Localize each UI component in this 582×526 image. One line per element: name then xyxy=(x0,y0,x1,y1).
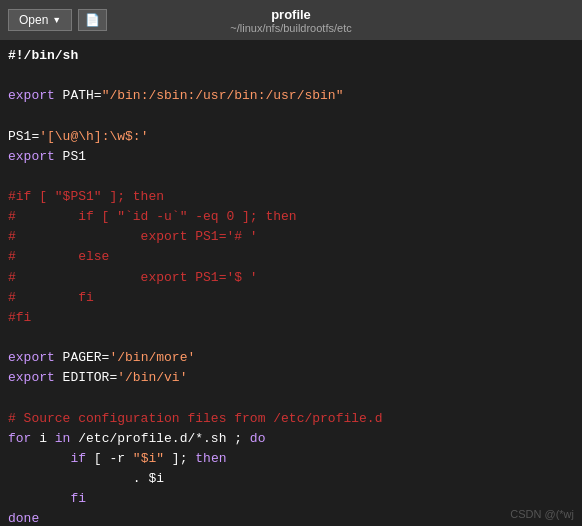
titlebar: Open ▼ 📄 profile ~/linux/nfs/buildrootfs… xyxy=(0,0,582,40)
watermark: CSDN @(*wj xyxy=(510,508,574,520)
code-line: export EDITOR='/bin/vi' xyxy=(8,368,574,388)
code-line: fi xyxy=(8,489,574,509)
code-line: # fi xyxy=(8,288,574,308)
code-area: #!/bin/sh export PATH="/bin:/sbin:/usr/b… xyxy=(0,40,582,526)
toolbar-left: Open ▼ 📄 xyxy=(8,9,107,31)
code-line: # if [ "`id -u`" -eq 0 ]; then xyxy=(8,207,574,227)
code-line: #!/bin/sh xyxy=(8,46,574,66)
code-line: #fi xyxy=(8,308,574,328)
file-icon: 📄 xyxy=(85,13,100,27)
open-chevron: ▼ xyxy=(52,15,61,25)
code-line: export PS1 xyxy=(8,147,574,167)
code-line xyxy=(8,167,574,187)
code-line: if [ -r "$i" ]; then xyxy=(8,449,574,469)
code-line xyxy=(8,388,574,408)
code-line: # export PS1='# ' xyxy=(8,227,574,247)
code-line: # export PS1='$ ' xyxy=(8,268,574,288)
code-line: done xyxy=(8,509,574,526)
code-line xyxy=(8,328,574,348)
code-line: # Source configuration files from /etc/p… xyxy=(8,409,574,429)
code-line: PS1='[\u@\h]:\w$:' xyxy=(8,127,574,147)
open-button[interactable]: Open ▼ xyxy=(8,9,72,31)
code-line xyxy=(8,66,574,86)
code-line: export PATH="/bin:/sbin:/usr/bin:/usr/sb… xyxy=(8,86,574,106)
title-path: ~/linux/nfs/buildrootfs/etc xyxy=(230,22,351,34)
file-icon-button[interactable]: 📄 xyxy=(78,9,107,31)
code-line: for i in /etc/profile.d/*.sh ; do xyxy=(8,429,574,449)
title-filename: profile xyxy=(230,7,351,22)
open-label: Open xyxy=(19,13,48,27)
code-line: . $i xyxy=(8,469,574,489)
code-line: #if [ "$PS1" ]; then xyxy=(8,187,574,207)
code-line: export PAGER='/bin/more' xyxy=(8,348,574,368)
titlebar-center: profile ~/linux/nfs/buildrootfs/etc xyxy=(230,7,351,34)
code-line xyxy=(8,106,574,126)
code-line: # else xyxy=(8,247,574,267)
